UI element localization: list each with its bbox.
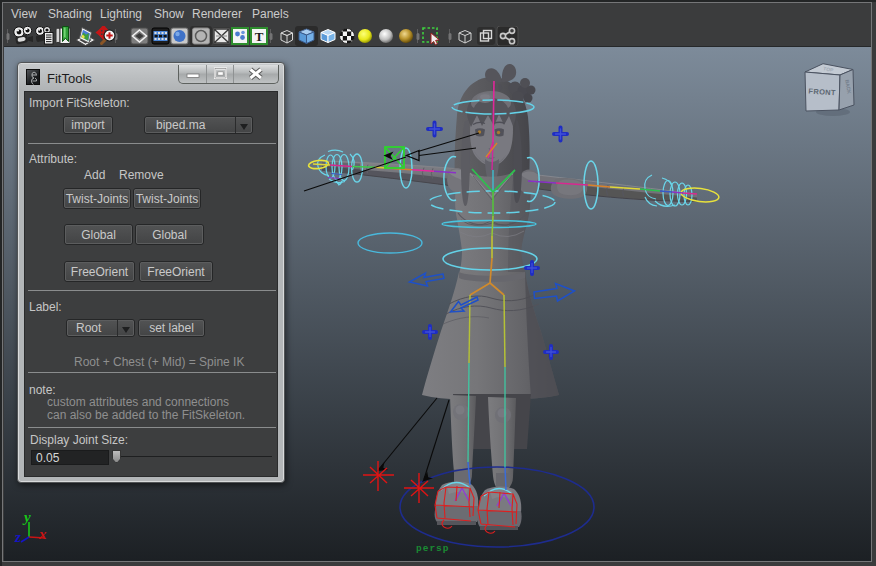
svg-text:z: z xyxy=(14,529,21,545)
svg-text:persp: persp xyxy=(416,543,450,554)
svg-text:x: x xyxy=(38,526,47,542)
svg-text:y: y xyxy=(22,509,31,525)
svg-text:T: T xyxy=(255,29,264,44)
svg-text:FRONT: FRONT xyxy=(808,87,836,98)
